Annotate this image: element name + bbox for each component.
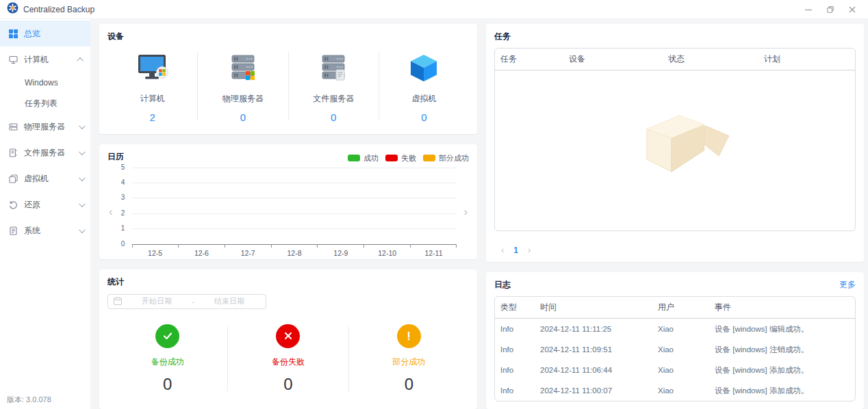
vm-icon (8, 174, 18, 183)
chart-next-button[interactable]: › (462, 206, 469, 217)
date-range-picker[interactable]: 开始日期 - 结束日期 (107, 294, 266, 309)
sidebar-item-computers[interactable]: 计算机 (0, 47, 90, 72)
log-type: Info (500, 325, 540, 333)
y-axis-tick: 2 (121, 209, 125, 217)
device-stat-label: 物理服务器 (198, 93, 288, 105)
y-axis-tick: 5 (121, 163, 125, 171)
window-controls (805, 6, 861, 13)
x-axis-label: 12-11 (411, 249, 457, 257)
page-number[interactable]: 1 (513, 246, 518, 255)
sidebar-item-label: 计算机 (24, 54, 73, 66)
tasks-card: 任务 任务 设备 状态 计划 (486, 24, 864, 262)
legend-label: 失败 (401, 153, 416, 163)
device-stat-virtual-machines[interactable]: 虚拟机 0 (379, 49, 469, 123)
log-row[interactable]: Info 2024-12-11 11:09:51 Xiao 设备 [window… (495, 339, 855, 360)
device-stat-label: 虚拟机 (379, 93, 469, 105)
stat-label: 备份失败 (228, 356, 348, 368)
statistics-card-title: 统计 (107, 276, 469, 288)
sidebar-item-restore[interactable]: 还原 (0, 192, 90, 217)
column-header: 类型 (500, 302, 540, 313)
sidebar-item-label: 系统 (24, 225, 73, 237)
y-axis-tick: 1 (121, 224, 125, 232)
device-stat-count[interactable]: 0 (198, 111, 288, 123)
prev-page-button[interactable]: ‹ (501, 245, 504, 255)
vm-cube-icon (379, 49, 469, 88)
sidebar-item-file-servers[interactable]: 文件服务器 (0, 140, 90, 166)
main-content: 设备 计算机 2 (90, 19, 868, 409)
chart-prev-button[interactable]: ‹ (107, 206, 114, 217)
x-axis-label: 12-9 (318, 249, 364, 257)
legend-partial: 部分成功 (423, 153, 469, 163)
close-button[interactable] (849, 6, 856, 13)
logs-table-header: 类型 时间 用户 事件 (495, 297, 855, 319)
chevron-down-icon (79, 122, 86, 129)
device-stat-file-servers[interactable]: 文件服务器 0 (289, 49, 379, 123)
legend-label: 成功 (363, 153, 379, 163)
chevron-down-icon (79, 174, 86, 181)
log-row[interactable]: Info 2024-12-11 11:11:25 Xiao 设备 [window… (495, 319, 855, 339)
check-circle-icon (155, 324, 179, 348)
device-stat-computers[interactable]: 计算机 2 (107, 49, 197, 123)
device-stat-label: 文件服务器 (289, 93, 379, 105)
chevron-up-icon (77, 57, 84, 64)
sidebar-item-label: 物理服务器 (24, 121, 73, 133)
device-stat-count[interactable]: 2 (107, 111, 197, 123)
log-row[interactable]: Info 2024-12-11 11:06:44 Xiao 设备 [window… (495, 360, 855, 380)
overview-grid-icon (8, 29, 18, 38)
chevron-down-icon (79, 226, 86, 233)
column-header: 事件 (715, 302, 855, 313)
sidebar-item-physical-servers[interactable]: 物理服务器 (0, 114, 90, 140)
tasks-table-header: 任务 设备 状态 计划 (495, 49, 855, 70)
end-date-placeholder[interactable]: 结束日期 (199, 296, 260, 306)
next-page-button[interactable]: › (528, 245, 531, 255)
system-icon (8, 226, 18, 235)
column-header: 用户 (658, 302, 715, 313)
legend-success: 成功 (348, 153, 379, 163)
log-type: Info (500, 386, 540, 395)
left-column: 设备 计算机 2 (99, 24, 477, 409)
stat-value: 0 (107, 375, 227, 394)
sidebar-item-virtual-machines[interactable]: 虚拟机 (0, 166, 90, 192)
sidebar-item-task-list[interactable]: 任务列表 (0, 93, 90, 114)
empty-state (495, 70, 855, 207)
x-circle-icon (276, 324, 300, 348)
right-column: 任务 任务 设备 状态 计划 (486, 24, 864, 409)
x-axis-label: 12-6 (178, 249, 225, 257)
minimize-button[interactable] (805, 6, 812, 13)
more-link[interactable]: 更多 (839, 279, 856, 291)
gridline: 3 (132, 198, 457, 198)
sidebar-item-overview[interactable]: 总览 (0, 21, 90, 47)
device-stat-count[interactable]: 0 (289, 111, 379, 123)
device-stat-count[interactable]: 0 (379, 111, 469, 123)
log-row[interactable]: Info 2024-12-11 11:00:07 Xiao 设备 [window… (495, 380, 855, 401)
start-date-placeholder[interactable]: 开始日期 (126, 296, 188, 306)
chevron-down-icon (79, 200, 86, 207)
stat-label: 备份成功 (107, 356, 227, 368)
exclamation-circle-icon (397, 324, 421, 348)
sidebar-subitem-label: 任务列表 (25, 98, 58, 109)
log-user: Xiao (658, 345, 715, 354)
stat-partial-success: 部分成功 0 (349, 324, 469, 394)
device-stats-row: 计算机 2 物理服务器 0 (107, 49, 469, 123)
calendar-header: 日历 成功 失败 部分成功 (107, 151, 469, 163)
log-event: 设备 [windows] 添加成功。 (715, 386, 855, 396)
stat-backup-fail: 备份失败 0 (228, 324, 348, 394)
sidebar-item-system[interactable]: 系统 (0, 217, 90, 243)
version-label: 版本: 3.0.078 (7, 395, 51, 405)
sidebar: 总览 计算机 Windows 任务列表 物理服务器 文件服务器 (0, 19, 90, 409)
computer-monitor-icon (107, 49, 197, 88)
column-header: 任务 (500, 53, 569, 65)
y-axis-tick: 3 (121, 194, 125, 201)
sidebar-item-windows[interactable]: Windows (0, 72, 90, 93)
logs-table: 类型 时间 用户 事件 Info 2024-12-11 11:11:25 Xia… (494, 296, 856, 401)
log-time: 2024-12-11 11:00:07 (540, 386, 658, 395)
gridline: 5 (132, 168, 457, 168)
gridline: 4 (132, 183, 457, 183)
date-separator: - (192, 298, 194, 306)
log-event: 设备 [windows] 编辑成功。 (715, 324, 855, 334)
device-stat-physical-servers[interactable]: 物理服务器 0 (198, 49, 288, 123)
restore-button[interactable] (827, 6, 834, 13)
legend-partial-swatch (423, 155, 435, 161)
log-user: Xiao (658, 325, 715, 333)
log-user: Xiao (658, 366, 715, 374)
